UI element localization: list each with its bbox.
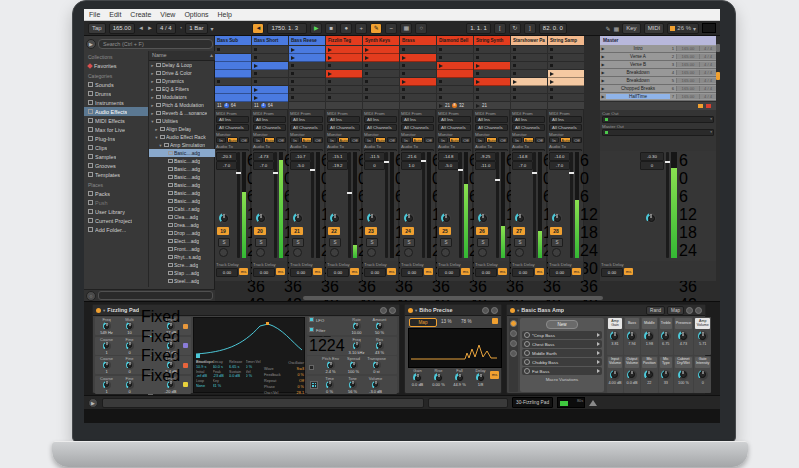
clip-stop-slot[interactable] [400,86,436,94]
volume-display[interactable]: -7.0 [512,161,533,170]
oscillator-color-chip[interactable] [183,363,188,368]
monitor-in-button[interactable]: In [253,137,263,143]
menu-item-create[interactable]: Create [130,11,151,18]
peak-level-display[interactable]: -14.8 [438,152,459,161]
macro-label[interactable]: Output Volume [625,357,639,368]
track-activator-number[interactable]: 24 [402,227,414,235]
variation-launch-icon[interactable] [597,333,600,337]
param-value[interactable]: None [196,384,213,389]
scene-tempo[interactable]: 165.00 [676,78,699,83]
macro-value[interactable]: 0 [694,381,711,385]
volume-display[interactable]: 0 [364,161,385,170]
arm-button[interactable] [552,248,561,257]
track-delay-value[interactable]: 0.00 [512,268,534,277]
scene-tempo[interactable]: 165.00 [676,62,699,67]
scene-row[interactable]: ▶Chopped Breaks6165.004 / 4 [600,85,716,93]
pan-knob[interactable] [256,213,266,223]
monitor-in-button[interactable]: In [475,137,485,143]
global-time-knob[interactable] [326,381,334,389]
track-delay-value[interactable]: 0.00 [290,268,312,277]
clip-stop-slot[interactable] [363,86,399,94]
lfo-rate-knob[interactable] [353,322,361,330]
macro-knob[interactable] [610,331,620,341]
clip[interactable] [215,62,251,70]
play-button[interactable]: ▶ [310,23,322,34]
macro-value[interactable]: 7.94 [624,342,640,346]
track-delay-value[interactable]: 0.00 [401,268,423,277]
sidebar-item-plug-ins[interactable]: Plug-Ins [84,134,148,143]
macro-knob[interactable] [610,370,620,380]
input-type-select[interactable]: All Ins [216,116,249,123]
pitch-env-value[interactable]: 2.4 % [319,369,342,374]
clip[interactable] [215,54,251,62]
scene-name[interactable]: Chopped Breaks [606,86,670,91]
monitor-in-button[interactable]: In [290,137,300,143]
track-header[interactable]: Brass [400,36,436,45]
volume-fader[interactable] [237,152,240,258]
variation-item[interactable]: *Crisp Bass [522,331,602,339]
knob[interactable] [413,373,422,382]
clip-stop-slot[interactable] [326,86,362,94]
filter-icon[interactable]: ○ [86,291,96,301]
scroll-button-orange[interactable] [716,72,720,80]
macro-knob[interactable] [678,370,688,380]
monitor-auto-button[interactable]: Auto [338,137,349,143]
track-footer-slot[interactable] [326,102,362,110]
track-delay-value[interactable]: 0.00 [549,268,571,277]
browser-folder-item[interactable]: ▸Dynamics [149,77,216,85]
solo-button[interactable]: S [329,238,341,247]
track-delay-unit-toggle[interactable]: ms [239,268,248,275]
track-delay-unit-toggle[interactable]: ms [350,268,359,275]
scene-row[interactable]: ▶Intro1165.004 / 4 [600,45,716,53]
folder-closed-icon[interactable]: ▸ [150,111,155,116]
browser-file-item[interactable]: Drea....adg [149,221,216,229]
scene-signature[interactable]: 4 / 4 [699,78,716,83]
macro-label[interactable]: Middle [642,318,657,329]
osc-param1-value[interactable]: 1 [95,369,118,374]
peak-level-display[interactable]: -20.3 [216,152,237,161]
browser-file-item[interactable]: Basic....adg [149,189,216,197]
lfo-amount-knob[interactable] [376,322,384,330]
peak-level-display[interactable]: -14.8 [512,152,533,161]
track-header[interactable]: String Synth [474,36,510,45]
filter-enable-checkbox[interactable] [309,327,314,332]
oscillator-color-chip[interactable] [183,324,188,329]
track-header[interactable]: Bass Short [252,36,288,45]
macro-label[interactable]: Treble [660,318,672,329]
track-footer-slot[interactable]: 11464 [215,102,251,110]
tempo-display[interactable]: 165.00 [109,23,135,34]
monitor-off-button[interactable]: Off [424,137,434,143]
master-fader[interactable] [666,152,669,258]
clip-stop-slot[interactable] [474,70,510,78]
master-track-header[interactable]: Master [600,36,716,45]
monitor-off-button[interactable]: Off [313,137,323,143]
clip-stop-slot[interactable] [400,70,436,78]
clip[interactable] [326,46,362,54]
browser-folder-item[interactable]: ▾Amp Simulation [149,141,216,149]
macro-value[interactable]: 22 [641,381,658,385]
monitor-in-button[interactable]: In [216,137,226,143]
browser-file-item[interactable]: Elect....adg [149,237,216,245]
sidebar-item-midi-effects[interactable]: MIDI Effects [84,116,148,125]
key-map-button[interactable]: Key [622,23,640,34]
pad-view-toggle[interactable] [510,330,517,337]
solo-button[interactable]: S [477,238,489,247]
browser-folder-item[interactable]: ▸Modulators [149,93,216,101]
clip-stop-slot[interactable] [437,94,473,102]
filter-freq-knob[interactable] [353,342,361,350]
metronome-icon[interactable]: ◔ [179,25,183,31]
scene-name[interactable]: Breakdown [606,70,670,75]
sidebar-item-samples[interactable]: Samples [84,152,148,161]
browser-folder-item[interactable]: ▸Pitch & Modulation [149,101,216,109]
session-horizontal-scrollbar[interactable] [303,296,603,300]
punch-in-button[interactable]: [ [494,23,506,34]
monitor-off-button[interactable]: Off [461,137,471,143]
selected-track-chip[interactable]: 30-Fizzling Pad [512,397,553,408]
track-footer-slot[interactable] [289,102,325,110]
osc-param2-value[interactable]: 10 [118,330,141,335]
quantization-menu[interactable]: 1 Bar [185,23,207,34]
macro-knob[interactable] [627,331,637,341]
browser-file-item[interactable]: Rhyt...s.adg [149,253,216,261]
track-header[interactable]: Synth Keys [363,36,399,45]
macro-value[interactable]: 4.00 dB [607,381,623,385]
